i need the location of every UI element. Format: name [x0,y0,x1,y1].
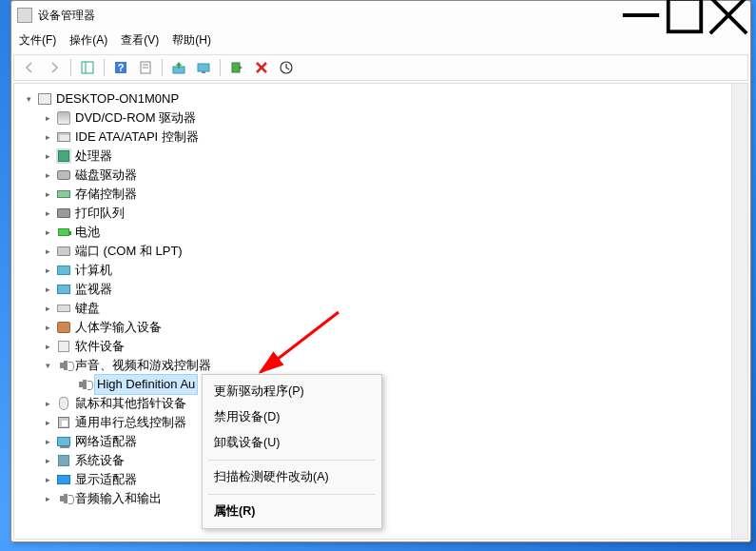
help-button[interactable]: ? [109,57,132,78]
category-disk[interactable]: ▸磁盘驱动器 [41,166,731,185]
sound-icon [56,358,71,373]
chevron-right-icon[interactable]: ▸ [41,394,54,413]
chevron-right-icon[interactable]: ▸ [41,489,54,508]
chevron-down-icon[interactable]: ▾ [22,89,35,108]
category-hid[interactable]: ▸人体学输入设备 [41,318,731,337]
category-system[interactable]: ▸系统设备 [41,451,731,470]
category-monitor[interactable]: ▸监视器 [41,280,731,299]
device-manager-window: 设备管理器 文件(F) 操作(A) 查看(V) 帮助(H) ? [10,0,751,542]
network-icon [56,434,71,449]
category-usb[interactable]: ▸通用串行总线控制器 [41,413,731,432]
chevron-right-icon[interactable]: ▸ [41,280,54,299]
ctx-uninstall-device[interactable]: 卸载设备(U) [203,430,381,456]
chevron-right-icon[interactable]: ▸ [41,185,54,204]
chevron-down-icon[interactable]: ▾ [41,356,54,375]
sound-device-icon [75,377,90,392]
category-dvd[interactable]: ▸DVD/CD-ROM 驱动器 [41,108,731,128]
tree-root[interactable]: ▾ DESKTOP-ON1M0NP [22,89,731,108]
disable-device-button[interactable] [275,57,298,78]
divider [208,494,376,495]
chevron-right-icon[interactable]: ▸ [41,337,54,356]
keyboard-icon [56,301,71,316]
software-icon [56,339,71,354]
svg-rect-4 [82,62,93,73]
system-icon [56,453,71,468]
audio-io-icon [56,491,71,506]
category-ide[interactable]: ▸IDE ATA/ATAPI 控制器 [41,128,731,147]
storage-icon [56,187,71,202]
chevron-right-icon[interactable]: ▸ [41,451,54,470]
chevron-right-icon[interactable]: ▸ [41,242,54,261]
properties-button[interactable] [134,57,157,78]
maximize-button[interactable] [663,1,707,30]
printer-icon [56,206,71,221]
mouse-icon [56,396,71,411]
chevron-right-icon[interactable]: ▸ [41,108,54,128]
divider [208,460,376,461]
category-display[interactable]: ▸显示适配器 [41,470,731,489]
hid-icon [56,320,71,335]
svg-rect-14 [232,63,240,72]
category-cpu[interactable]: ▸处理器 [41,147,731,166]
category-port[interactable]: ▸端口 (COM 和 LPT) [41,242,731,261]
ctx-properties[interactable]: 属性(R) [203,499,381,524]
category-memory[interactable]: ▸存储控制器 [41,185,731,204]
device-manager-icon [17,8,32,23]
titlebar: 设备管理器 [11,1,750,30]
chevron-right-icon[interactable]: ▸ [41,413,54,432]
context-menu: 更新驱动程序(P) 禁用设备(D) 卸载设备(U) 扫描检测硬件改动(A) 属性… [202,374,382,529]
chevron-right-icon[interactable]: ▸ [41,128,54,147]
device-hd-audio[interactable]: High Definition Au [60,375,731,394]
ctx-scan-hardware[interactable]: 扫描检测硬件改动(A) [203,464,381,490]
scrollbar[interactable] [731,84,747,539]
display-icon [56,472,71,487]
svg-rect-12 [198,64,209,71]
scan-hardware-button[interactable] [192,57,215,78]
chevron-right-icon[interactable]: ▸ [41,166,54,185]
chevron-right-icon[interactable]: ▸ [41,261,54,280]
svg-text:?: ? [118,62,125,73]
category-keyboard[interactable]: ▸键盘 [41,299,731,318]
enable-device-button[interactable] [225,57,248,78]
disk-icon [56,167,71,183]
menu-action[interactable]: 操作(A) [69,32,107,49]
battery-icon [56,225,71,240]
category-printer[interactable]: ▸打印队列 [41,204,731,223]
forward-button[interactable] [43,57,66,78]
svg-rect-13 [202,71,205,73]
cpu-icon [56,148,71,164]
menu-view[interactable]: 查看(V) [121,32,159,49]
update-driver-button[interactable] [167,57,190,78]
category-computer[interactable]: ▸计算机 [41,261,731,280]
menu-file[interactable]: 文件(F) [19,32,56,49]
back-button[interactable] [18,57,41,78]
dvd-icon [56,110,71,126]
toolbar: ? [13,54,748,81]
category-mouse[interactable]: ▸鼠标和其他指针设备 [41,394,731,413]
root-label: DESKTOP-ON1M0NP [56,89,179,108]
chevron-right-icon[interactable]: ▸ [41,223,54,242]
ctx-update-driver[interactable]: 更新驱动程序(P) [203,379,381,404]
window-title: 设备管理器 [38,8,619,24]
computer-icon [56,263,71,278]
category-battery[interactable]: ▸电池 [41,223,731,242]
chevron-right-icon[interactable]: ▸ [41,318,54,337]
chevron-right-icon[interactable]: ▸ [41,470,54,489]
category-network[interactable]: ▸网络适配器 [41,432,731,451]
chevron-right-icon[interactable]: ▸ [41,432,54,451]
menu-help[interactable]: 帮助(H) [172,32,211,49]
uninstall-device-button[interactable] [250,57,273,78]
category-software[interactable]: ▸软件设备 [41,337,731,356]
close-button[interactable] [707,1,750,30]
chevron-right-icon[interactable]: ▸ [41,147,54,166]
minimize-button[interactable] [619,1,663,30]
computer-root-icon [37,91,52,107]
category-sound[interactable]: ▾声音、视频和游戏控制器 [41,356,731,375]
ctx-disable-device[interactable]: 禁用设备(D) [203,404,381,430]
chevron-right-icon[interactable]: ▸ [41,299,54,318]
usb-icon [56,415,71,430]
svg-rect-1 [669,0,702,31]
chevron-right-icon[interactable]: ▸ [41,204,54,223]
show-hide-tree-button[interactable] [76,57,99,78]
category-audio-io[interactable]: ▸音频输入和输出 [41,489,731,508]
